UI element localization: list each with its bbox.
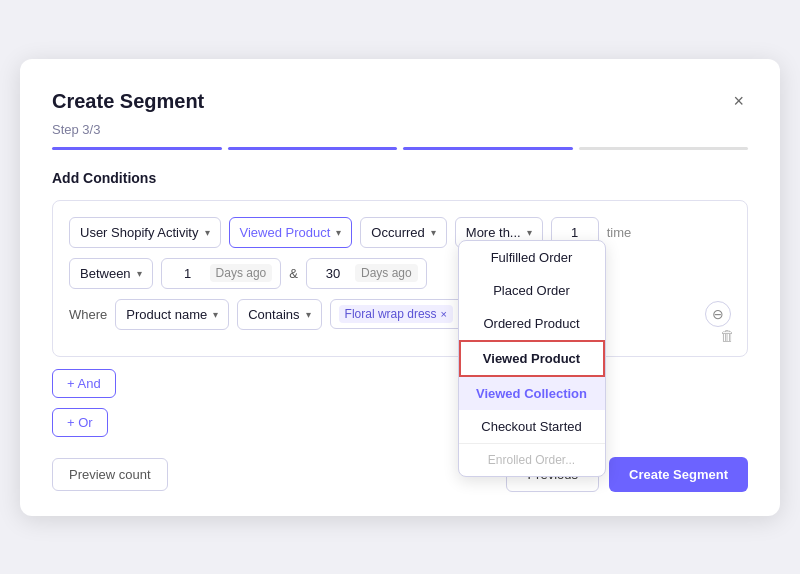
amp-label: & xyxy=(289,266,298,281)
create-segment-button[interactable]: Create Segment xyxy=(609,457,748,492)
condition-row-1: User Shopify Activity ▾ Viewed Product ▾… xyxy=(69,217,731,248)
close-button[interactable]: × xyxy=(729,87,748,116)
and-button[interactable]: + And xyxy=(52,369,116,398)
or-button[interactable]: + Or xyxy=(52,408,108,437)
more-than-chevron-icon: ▾ xyxy=(527,227,532,238)
condition-box: User Shopify Activity ▾ Viewed Product ▾… xyxy=(52,200,748,357)
between-chevron-icon: ▾ xyxy=(137,268,142,279)
footer-row: Preview count Previous Create Segment xyxy=(52,457,748,492)
progress-bar xyxy=(52,147,748,150)
create-segment-modal: Create Segment × Step 3/3 Add Conditions… xyxy=(20,59,780,516)
from-unit-label: Days ago xyxy=(210,264,273,282)
tag-value: Floral wrap dress xyxy=(345,307,437,321)
activity-label: User Shopify Activity xyxy=(80,225,199,240)
to-days-wrapper: Days ago xyxy=(306,258,427,289)
and-row: + And xyxy=(52,369,748,398)
contains-label: Contains xyxy=(248,307,299,322)
progress-segment-4 xyxy=(579,147,749,150)
progress-segment-2 xyxy=(228,147,398,150)
dropdown-item-viewed-product[interactable]: Viewed Product xyxy=(459,340,605,377)
tag-item: Floral wrap dress × xyxy=(339,305,453,323)
progress-segment-1 xyxy=(52,147,222,150)
event-chevron-icon: ▾ xyxy=(336,227,341,238)
from-input[interactable] xyxy=(170,264,206,283)
preview-count-button[interactable]: Preview count xyxy=(52,458,168,491)
tag-close-icon[interactable]: × xyxy=(441,308,447,320)
step-label: Step 3/3 xyxy=(52,122,748,137)
between-label: Between xyxy=(80,266,131,281)
activity-dropdown[interactable]: User Shopify Activity ▾ xyxy=(69,217,221,248)
occurred-dropdown[interactable]: Occurred ▾ xyxy=(360,217,446,248)
event-dropdown[interactable]: Viewed Product ▾ Fulfilled Order Placed … xyxy=(229,217,353,248)
to-unit-label: Days ago xyxy=(355,264,418,282)
to-input[interactable] xyxy=(315,264,351,283)
dropdown-item-fulfilled[interactable]: Fulfilled Order xyxy=(459,241,605,274)
more-than-label: More th... xyxy=(466,225,521,240)
product-name-dropdown[interactable]: Product name ▾ xyxy=(115,299,229,330)
product-name-label: Product name xyxy=(126,307,207,322)
section-label: Add Conditions xyxy=(52,170,748,186)
dropdown-item-enrolled[interactable]: Enrolled Order... xyxy=(459,443,605,476)
remove-condition-button[interactable]: ⊖ xyxy=(705,301,731,327)
delete-icon[interactable]: 🗑 xyxy=(720,327,735,344)
between-dropdown[interactable]: Between ▾ xyxy=(69,258,153,289)
dropdown-item-placed[interactable]: Placed Order xyxy=(459,274,605,307)
occurred-label: Occurred xyxy=(371,225,424,240)
unit-label: time xyxy=(607,225,632,240)
dropdown-item-checkout[interactable]: Checkout Started xyxy=(459,410,605,443)
or-row: + Or xyxy=(52,408,748,437)
dropdown-item-viewed-collection[interactable]: Viewed Collection xyxy=(459,377,605,410)
modal-title: Create Segment xyxy=(52,90,204,113)
product-name-chevron-icon: ▾ xyxy=(213,309,218,320)
activity-chevron-icon: ▾ xyxy=(205,227,210,238)
condition-row-2: Between ▾ Days ago & Days ago xyxy=(69,258,731,289)
occurred-chevron-icon: ▾ xyxy=(431,227,436,238)
contains-chevron-icon: ▾ xyxy=(306,309,311,320)
contains-dropdown[interactable]: Contains ▾ xyxy=(237,299,321,330)
progress-segment-3 xyxy=(403,147,573,150)
event-label: Viewed Product xyxy=(240,225,331,240)
event-dropdown-menu: Fulfilled Order Placed Order Ordered Pro… xyxy=(458,240,606,477)
from-days-wrapper: Days ago xyxy=(161,258,282,289)
condition-row-3: Where Product name ▾ Contains ▾ Floral w… xyxy=(69,299,731,330)
where-label: Where xyxy=(69,307,107,322)
modal-header: Create Segment × xyxy=(52,87,748,116)
dropdown-item-ordered[interactable]: Ordered Product xyxy=(459,307,605,340)
